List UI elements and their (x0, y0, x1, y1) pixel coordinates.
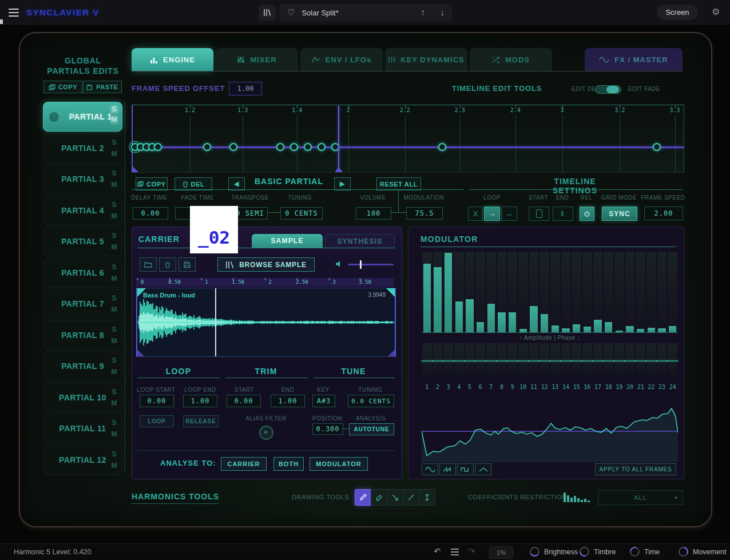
harmonic-slot[interactable] (625, 252, 635, 332)
sidebar-partial-row[interactable]: PARTIAL 7SM (43, 289, 122, 319)
phase-slot[interactable] (433, 343, 443, 378)
knob-icon[interactable] (629, 546, 640, 557)
tab-mods[interactable]: MODS (470, 48, 552, 71)
mute-badge[interactable]: M (110, 116, 118, 124)
loop-off-button[interactable]: X (468, 206, 483, 221)
loop-enable-button[interactable]: LOOP (140, 415, 174, 427)
phase-slot[interactable] (604, 343, 613, 378)
sync-button[interactable]: SYNC (602, 206, 637, 221)
harmonic-bar[interactable] (541, 314, 549, 332)
analyse-carrier-button[interactable]: CARRIER (221, 457, 267, 471)
sidebar-partial-row[interactable]: PARTIAL 1SM (43, 102, 122, 132)
macro-knob-time[interactable]: Time (629, 546, 660, 557)
previous-preset-icon[interactable]: ↑ (413, 7, 433, 18)
harmonic-bar[interactable] (605, 322, 613, 332)
phase-slot[interactable] (657, 343, 667, 378)
eraser-tool-button[interactable] (371, 489, 387, 506)
saw-shape-button[interactable] (439, 463, 456, 475)
tab-synthesis[interactable]: SYNTHESIS (325, 234, 395, 248)
timeline-playhead[interactable] (338, 106, 339, 172)
timeline-keyframe[interactable] (229, 143, 237, 151)
phase-slot[interactable] (572, 343, 581, 378)
loop-pingpong-button[interactable]: ↔ (501, 206, 517, 221)
harmonic-bar[interactable] (648, 328, 656, 332)
slider-handle[interactable] (360, 260, 362, 269)
frame-speed-offset-value[interactable]: 1.00 (229, 82, 262, 96)
sidebar-partial-row[interactable]: PARTIAL 11SM (43, 414, 122, 443)
harmonic-bar[interactable] (423, 264, 431, 332)
loop-end-marker[interactable] (388, 349, 395, 356)
harmonic-slot[interactable] (550, 252, 560, 332)
harmonic-bar[interactable] (562, 328, 570, 332)
timeline-keyframe[interactable] (154, 143, 162, 151)
tab-sample[interactable]: SAMPLE (252, 234, 323, 248)
phase-slot[interactable] (529, 343, 539, 378)
harmonic-bar[interactable] (498, 312, 506, 332)
square-shape-button[interactable] (457, 463, 474, 475)
timeline-keyframe[interactable] (290, 143, 298, 151)
library-icon[interactable] (259, 5, 276, 21)
global-paste-button[interactable]: PASTE (83, 81, 122, 93)
harmonic-slot[interactable] (614, 252, 624, 332)
undo-icon[interactable]: ↶ (434, 546, 441, 557)
phase-slot[interactable] (646, 343, 656, 378)
history-menu-icon[interactable] (451, 546, 459, 555)
harmonic-bar[interactable] (530, 306, 538, 332)
loop-start-button[interactable] (529, 206, 549, 221)
harmonic-bar[interactable] (658, 328, 666, 332)
harmonic-amplitude-chart[interactable] (422, 252, 678, 333)
analyse-modulator-button[interactable]: MODULATOR (310, 457, 368, 471)
next-preset-icon[interactable]: ↓ (433, 7, 452, 18)
phase-slot[interactable] (614, 343, 624, 378)
harmonic-bar[interactable] (584, 327, 592, 332)
sample-volume-slider[interactable] (348, 264, 394, 265)
harmonic-bar[interactable] (594, 320, 602, 332)
apply-to-all-frames-button[interactable]: APPLY TO ALL FRAMES (595, 463, 676, 475)
sample-playhead[interactable] (215, 288, 216, 356)
harmonic-bar[interactable] (487, 304, 495, 332)
partial-solo-mute[interactable]: SM (110, 199, 118, 222)
sine-shape-button[interactable] (422, 463, 438, 475)
phase-slot[interactable] (561, 343, 571, 378)
harmonic-bar[interactable] (626, 326, 634, 332)
tab-key-dynamics[interactable]: KEY DYNAMICS (385, 48, 467, 71)
harmonic-slot[interactable] (668, 252, 677, 332)
phase-slot[interactable] (539, 343, 549, 378)
partial-delete-button[interactable]: DEL (174, 177, 212, 190)
trim-end-value[interactable]: 1.00 (271, 395, 305, 407)
triangle-shape-button[interactable] (475, 463, 491, 475)
partials-timeline[interactable]: 1.21.31.422.22.32.433.23.3 (132, 105, 684, 173)
analyse-both-button[interactable]: BOTH (273, 457, 304, 471)
phase-slot[interactable] (475, 343, 485, 378)
timeline-keyframe[interactable] (304, 143, 312, 151)
harmonic-bar[interactable] (477, 322, 485, 332)
harmonic-slot[interactable] (604, 252, 613, 332)
harmonic-bar[interactable] (519, 329, 527, 332)
partial-solo-mute[interactable]: SM (110, 105, 118, 126)
phase-slot[interactable] (668, 343, 677, 378)
harmonic-slot[interactable] (518, 252, 528, 332)
partial-copy-button[interactable]: COPY (136, 177, 168, 190)
partial-solo-mute[interactable]: SM (110, 292, 118, 315)
pencil-tool-button[interactable] (355, 489, 371, 506)
next-partial-button[interactable]: ▶ (334, 177, 351, 190)
harmonic-bar[interactable] (552, 325, 560, 333)
harmonic-bar[interactable] (637, 329, 645, 332)
macro-knob-timbre[interactable]: Timbre (579, 546, 616, 557)
favorite-heart-icon[interactable]: ♡ (287, 7, 295, 18)
position-value[interactable]: 0.300 (312, 423, 343, 435)
harmonic-phase-chart[interactable] (422, 343, 678, 378)
phase-slot[interactable] (422, 343, 432, 378)
sidebar-partial-row[interactable]: PARTIAL 9SM (43, 351, 122, 381)
delay-time-value[interactable]: 0.00 (133, 207, 168, 220)
sidebar-partial-row[interactable]: PARTIAL 10SM (43, 383, 122, 412)
harmonic-slot[interactable] (475, 252, 485, 332)
line-tool-button[interactable] (403, 489, 419, 506)
delete-sample-button[interactable] (159, 257, 176, 272)
macro-knob-brightness[interactable]: Brightness (529, 546, 578, 557)
global-copy-button[interactable]: COPY (43, 81, 82, 93)
amplitude-phase-toggle[interactable]: ↑ Amplitude | Phase ↓ (422, 335, 678, 341)
previous-partial-button[interactable]: ◀ (228, 177, 245, 190)
loop-start-marker[interactable] (137, 349, 144, 356)
phase-slot[interactable] (636, 343, 645, 378)
